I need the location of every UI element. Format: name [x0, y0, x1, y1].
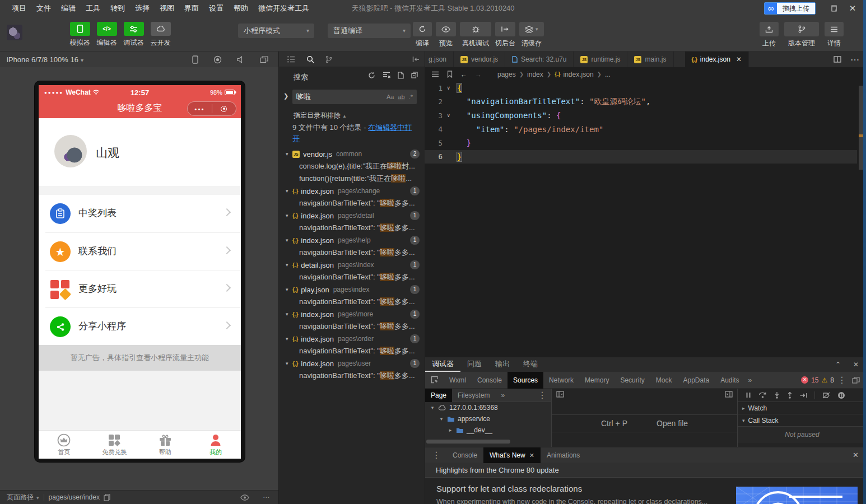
console-badges[interactable]: ✕ 15 ⚠ 8	[801, 376, 834, 384]
crumb-index[interactable]: index	[527, 71, 543, 78]
search-icon[interactable]	[306, 55, 314, 63]
search-result-match[interactable]: navigationBarTitleText": "哆啦多多...	[279, 296, 425, 308]
fold-chevron-icon[interactable]: ∨	[447, 85, 457, 91]
tab-indexjson[interactable]: {..}index.json✕	[685, 52, 749, 67]
menu-help[interactable]: 帮助	[229, 0, 253, 17]
close-panel-icon[interactable]: ✕	[853, 357, 859, 372]
device-selector[interactable]: iPhone 6/7/8 100% 16▾	[7, 55, 83, 64]
open-file-label[interactable]: Open file	[657, 419, 688, 428]
crumb-file[interactable]: index.json	[564, 71, 594, 78]
regex-toggle[interactable]: .*	[409, 94, 413, 100]
tab-help[interactable]: 帮助	[140, 431, 190, 459]
panel-tab-debugger[interactable]: 调试器	[425, 357, 460, 372]
forward-icon[interactable]: →	[475, 71, 482, 78]
search-result-match[interactable]: navigationBarTitleText": "哆啦多多...	[279, 271, 425, 283]
devtab-sources[interactable]: Sources	[508, 372, 543, 389]
compile-button[interactable]: 编译	[413, 22, 432, 48]
navigator-more-tabs-icon[interactable]: »	[495, 389, 510, 402]
menu-goto[interactable]: 转到	[105, 0, 130, 17]
details-button[interactable]: 详情	[825, 22, 844, 48]
menu-item-contact-us[interactable]: ★ 联系我们	[39, 232, 241, 270]
search-result-file[interactable]: ▾ {..} play.json pages\index 1	[279, 283, 425, 296]
navigator-tab-filesystem[interactable]: Filesystem	[452, 389, 495, 402]
collapse-caret-icon[interactable]: ▾	[286, 262, 292, 268]
more-button[interactable]: ●●●	[188, 107, 212, 111]
hide-navigator-icon[interactable]	[556, 391, 564, 398]
devtab-mock[interactable]: Mock	[650, 372, 678, 389]
fold-chevron-icon[interactable]: ∨	[447, 113, 457, 118]
step-icon[interactable]	[800, 393, 807, 398]
code-editor[interactable]: 1∨{ 2 "navigationBarTitleText": "欧皇源码论坛"…	[425, 81, 857, 357]
visibility-icon[interactable]	[240, 494, 249, 501]
panel-tab-terminal[interactable]: 终端	[516, 357, 544, 371]
menu-item-share-miniprogram[interactable]: 分享小程序	[39, 307, 241, 345]
step-into-icon[interactable]	[774, 392, 780, 399]
new-search-editor-icon[interactable]	[398, 72, 404, 79]
search-result-file[interactable]: ▾ {..} detail.json pages\index 1	[279, 259, 425, 271]
devtab-network[interactable]: Network	[543, 372, 579, 389]
search-result-file[interactable]: ▾ {..} index.json pages\user 1	[279, 357, 425, 370]
clear-results-icon[interactable]	[383, 72, 390, 79]
crumb-pages[interactable]: pages	[497, 71, 516, 78]
deactivate-breakpoints-icon[interactable]	[822, 392, 830, 399]
copy-icon[interactable]	[104, 494, 110, 501]
outline-icon[interactable]	[431, 71, 439, 77]
search-result-file[interactable]: ▾ {..} index.json pages\more 1	[279, 308, 425, 320]
collapse-caret-icon[interactable]: ▾	[286, 151, 292, 157]
menu-file[interactable]: 文件	[31, 0, 56, 17]
bookmark-icon[interactable]	[447, 71, 453, 78]
toggle-replace-chevron[interactable]: ❯	[283, 92, 288, 100]
search-result-file[interactable]: ▾ {..} index.json pages\change 1	[279, 185, 425, 197]
collapse-caret-icon[interactable]: ▾	[286, 336, 292, 342]
avatar[interactable]	[54, 135, 87, 167]
project-avatar[interactable]	[7, 25, 22, 40]
menu-devtools[interactable]: 微信开发者工具	[253, 0, 314, 17]
search-result-match[interactable]: navigationBarTitleText": "哆啦多多...	[279, 370, 425, 382]
preview-button[interactable]: 预览	[436, 22, 456, 48]
navigator-menu-icon[interactable]: ⋮	[538, 390, 547, 400]
tab-gjson[interactable]: g.json	[425, 52, 454, 67]
tab-home[interactable]: 首页	[39, 431, 89, 459]
devtab-wxml[interactable]: Wxml	[444, 372, 472, 389]
crumb-more[interactable]: ...	[605, 71, 611, 78]
simulator-toggle-button[interactable]: 模拟器	[67, 22, 93, 48]
tree-item-origin[interactable]: ▾ 127.0.0.1:65368	[425, 402, 551, 413]
devtab-audits[interactable]: Audits	[715, 372, 744, 389]
devtab-console[interactable]: Console	[472, 372, 508, 389]
page-path-selector[interactable]: 页面路径▾	[7, 493, 39, 502]
tab-mainjs[interactable]: JSmain.js	[627, 52, 673, 67]
file-results-list-icon[interactable]	[287, 56, 295, 63]
scope-toggle[interactable]: 指定目录和排除▲	[294, 111, 347, 120]
menu-edit[interactable]: 编辑	[56, 0, 81, 17]
search-result-file[interactable]: ▾ {..} index.json pages\help 1	[279, 234, 425, 246]
menu-select[interactable]: 选择	[130, 0, 155, 17]
search-result-match[interactable]: function(){return{title:"我正在哆啦...	[279, 172, 425, 185]
compile-mode-select[interactable]: 普通编译 ▾	[328, 24, 411, 38]
menu-item-more-fun[interactable]: 更多好玩	[39, 270, 241, 307]
menu-tools[interactable]: 工具	[81, 0, 105, 17]
search-result-file[interactable]: ▾ {..} index.json pages\order 1	[279, 333, 425, 345]
tab-free-exchange[interactable]: 免费兑换	[89, 431, 139, 459]
collapse-all-icon[interactable]	[411, 72, 418, 79]
upload-button[interactable]: 上传	[760, 22, 779, 48]
search-result-match[interactable]: navigationBarTitleText": "哆啦多多...	[279, 197, 425, 209]
collapse-panel-icon[interactable]: ⌃	[835, 357, 841, 372]
record-icon[interactable]	[213, 55, 222, 64]
collapse-caret-icon[interactable]: ▾	[286, 188, 292, 194]
watch-section[interactable]: ▸Watch	[738, 402, 866, 414]
more-options-icon[interactable]: ⋯	[263, 493, 271, 501]
tab-mine[interactable]: 我的	[190, 431, 241, 459]
navigator-tab-page[interactable]: Page	[425, 389, 452, 402]
drawer-tab-whats-new[interactable]: What's New✕	[483, 447, 541, 463]
devtab-security[interactable]: Security	[614, 372, 650, 389]
search-result-file[interactable]: ▾ JS vendor.js common 2	[279, 148, 425, 160]
panel-tab-problems[interactable]: 问题	[460, 357, 488, 371]
switch-background-button[interactable]: 切后台	[495, 22, 515, 48]
show-debugger-icon[interactable]	[725, 391, 733, 398]
split-editor-icon[interactable]	[834, 56, 841, 63]
menu-interface[interactable]: 界面	[179, 0, 204, 17]
close-tab-icon[interactable]: ✕	[736, 55, 742, 63]
menu-project[interactable]: 项目	[7, 0, 31, 17]
devtab-appdata[interactable]: AppData	[677, 372, 715, 389]
version-control-button[interactable]: 版本管理	[784, 22, 819, 48]
